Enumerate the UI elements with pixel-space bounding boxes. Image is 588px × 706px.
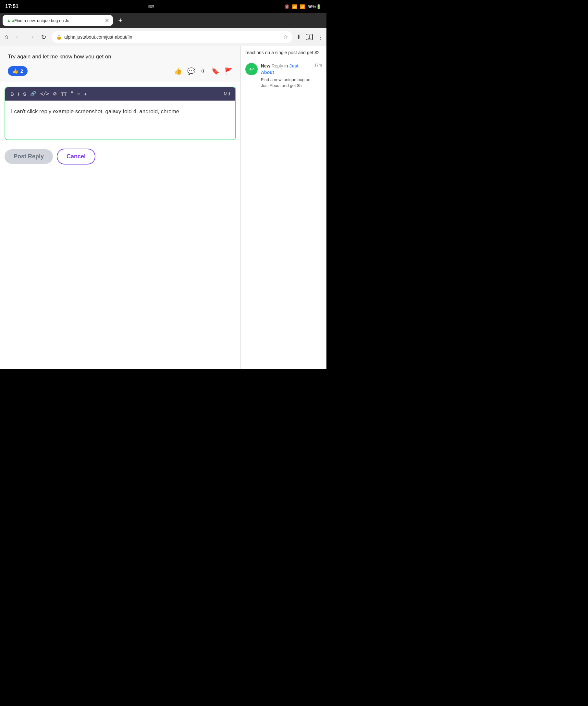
tab-count-button[interactable]: 1 [306, 34, 313, 40]
tab-title: Find a new, unique bug on Ju [14, 18, 102, 23]
status-time: 17:51 [5, 4, 18, 9]
new-tab-button[interactable]: + [115, 15, 126, 26]
status-bar: 17:51 ⌨ 🔇 📶 📶 56%🔋 [0, 0, 326, 13]
right-panel: reactions on a single post and get $2 ↩ … [240, 46, 326, 369]
menu-button[interactable]: ⋮ [317, 33, 323, 41]
address-icons: ⬇ 1 ⋮ [296, 33, 323, 41]
reload-button[interactable]: ↻ [40, 32, 48, 42]
cancel-button[interactable]: Cancel [57, 149, 95, 164]
tab-favicon: ▲▲ [6, 18, 12, 23]
signal-icon: 📶 [300, 4, 305, 9]
url-bar[interactable]: 🔒 alpha.justabout.com/just-about/fin ☆ [51, 31, 292, 43]
tab-close-button[interactable]: ✕ [105, 17, 109, 24]
link-button[interactable]: 🔗 [30, 91, 36, 97]
thumbs-up-icon: 👍 [12, 68, 18, 74]
text-size-button[interactable]: TT [61, 91, 67, 97]
left-panel: Try again and let me know how you get on… [0, 46, 240, 369]
star-icon[interactable]: ☆ [283, 34, 288, 40]
notification-content: New Reply in Just About Find a new, uniq… [261, 63, 311, 89]
editor-content[interactable]: I can't click reply example screenshot, … [5, 101, 235, 140]
plus-button[interactable]: + [84, 91, 87, 97]
strikethrough-button[interactable]: S [23, 91, 26, 97]
like-count: 2 [21, 68, 23, 74]
url-text: alpha.justabout.com/just-about/fin [64, 34, 281, 40]
forward-button[interactable]: → [27, 32, 36, 42]
post-section: Try again and let me know how you get on… [0, 46, 240, 81]
share-reaction-icon[interactable]: ✈ [201, 67, 206, 75]
active-tab[interactable]: ▲▲ Find a new, unique bug on Ju ✕ [3, 15, 113, 26]
post-reply-button[interactable]: Post Reply [5, 149, 53, 164]
lock-icon: 🔒 [56, 34, 62, 40]
status-keyboard-icon: ⌨ [148, 4, 154, 9]
comment-reaction-icon[interactable]: 💬 [187, 67, 195, 75]
bookmark-reaction-icon[interactable]: 🔖 [211, 67, 219, 75]
code-button[interactable]: </> [40, 91, 49, 97]
keyboard-grid-button[interactable] [0, 369, 21, 369]
tab-bar: ▲▲ Find a new, unique bug on Ju ✕ + [0, 13, 326, 28]
wifi-icon: 📶 [292, 4, 297, 9]
notification-header: reactions on a single post and get $2 [241, 46, 326, 59]
address-bar: ⌂ ← → ↻ 🔒 alpha.justabout.com/just-about… [0, 28, 326, 46]
reply-editor[interactable]: B I S 🔗 </> ⊘ TT " ≡ + Md I can't click … [5, 87, 236, 140]
status-icons: 🔇 📶 📶 56%🔋 [284, 4, 321, 9]
notification-body: Find a new, unique bug on Just About and… [261, 77, 311, 88]
list-button[interactable]: ≡ [77, 91, 80, 97]
action-buttons: Post Reply Cancel [0, 145, 240, 170]
editor-toolbar: B I S 🔗 </> ⊘ TT " ≡ + Md [5, 87, 235, 101]
post-text: Try again and let me know how you get on… [8, 52, 233, 61]
like-button[interactable]: 👍 2 [8, 66, 28, 76]
italic-button[interactable]: I [18, 91, 19, 97]
notification-top-text: reactions on a single post and get $2 [245, 49, 322, 56]
battery-icon: 56%🔋 [308, 4, 321, 9]
notification-item[interactable]: ↩ New Reply in Just About Find a new, un… [241, 59, 326, 93]
like-reaction-icon[interactable]: 👍 [174, 67, 182, 75]
notification-avatar: ↩ [245, 63, 258, 75]
mute-icon: 🔇 [284, 4, 289, 9]
bold-button[interactable]: B [10, 91, 14, 97]
notification-title: New Reply in Just About [261, 63, 311, 76]
reaction-bar: 👍 2 👍 💬 ✈ 🔖 🚩 [8, 66, 233, 76]
flag-reaction-icon[interactable]: 🚩 [225, 67, 233, 75]
home-button[interactable]: ⌂ [3, 32, 10, 42]
reaction-icons: 👍 💬 ✈ 🔖 🚩 [174, 67, 233, 75]
download-icon[interactable]: ⬇ [296, 33, 301, 41]
main-content: Try again and let me know how you get on… [0, 46, 326, 369]
back-button[interactable]: ← [14, 32, 23, 42]
markdown-label: Md [224, 91, 230, 96]
notification-time: 17m [314, 63, 322, 68]
no-link-button[interactable]: ⊘ [53, 91, 57, 96]
quote-button[interactable]: " [70, 90, 73, 97]
